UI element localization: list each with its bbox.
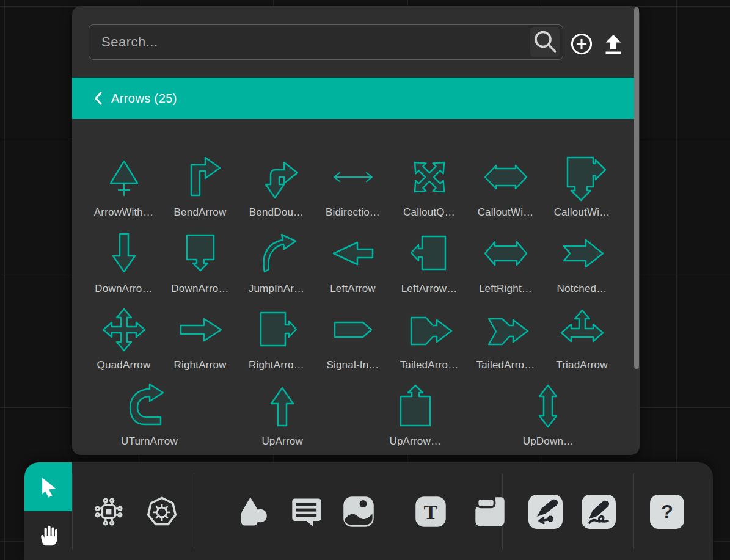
kubernetes-wheel-icon: [145, 495, 179, 529]
toolbar-divider: [72, 473, 73, 549]
shape-tailed-arrow-chevron[interactable]: TailedArro…: [467, 305, 544, 382]
search-icon[interactable]: [530, 27, 560, 57]
note-button[interactable]: [473, 495, 507, 529]
shape-quad-arrow[interactable]: QuadArrow: [86, 305, 162, 382]
shape-row: UTurnArrow UpArrow UpArrow… UpDown…: [86, 382, 620, 458]
shapes-button[interactable]: [235, 495, 269, 529]
category-label: Arrows (25): [111, 92, 177, 106]
shape-up-arrow[interactable]: UpArrow: [244, 382, 321, 458]
image-icon: [341, 495, 376, 529]
shape-callout-down-right[interactable]: CalloutWi…: [544, 153, 620, 229]
toolbar-divider: [633, 473, 634, 549]
shape-left-arrow-callout[interactable]: LeftArrow…: [391, 229, 467, 305]
upload-icon[interactable]: [601, 32, 626, 56]
shape-up-arrow-callout[interactable]: UpArrow…: [377, 382, 453, 458]
chip-icon: [92, 495, 126, 529]
shape-signal-in[interactable]: Signal-In…: [315, 305, 391, 382]
shape-bend-arrow[interactable]: BendArrow: [162, 153, 238, 229]
shape-down-arrow[interactable]: DownArro…: [86, 229, 162, 305]
shape-notched-right-arrow[interactable]: Notched…: [544, 229, 620, 305]
shape-row: QuadArrow RightArrow RightArro… Signal-I…: [86, 305, 620, 382]
shape-row: DownArro… DownArro… JumpInAr… LeftArrow …: [86, 229, 620, 305]
shape-grid: ArrowWith… BendArrow BendDou… Bidirectio…: [86, 153, 620, 458]
pan-tool-button[interactable]: [24, 511, 72, 560]
panel-scrollbar[interactable]: [634, 7, 639, 369]
toolbar-divider: [194, 473, 194, 549]
kubernetes-button[interactable]: [145, 495, 179, 529]
bottom-toolbar: T ?: [24, 462, 713, 560]
shape-right-arrow-callout[interactable]: RightArro…: [238, 305, 315, 382]
search-input[interactable]: [89, 25, 530, 59]
mode-column: [24, 462, 72, 560]
shape-jump-in-arrow[interactable]: JumpInAr…: [238, 229, 315, 305]
shape-down-arrow-callout[interactable]: DownArro…: [162, 229, 238, 305]
pen-squiggle-icon: [582, 495, 616, 529]
shape-callout-quad-arrow[interactable]: CalloutQ…: [391, 153, 467, 229]
chevron-left-icon: [94, 92, 103, 105]
shape-triad-arrow[interactable]: TriadArrow: [544, 305, 620, 382]
shape-tailed-arrow-block[interactable]: TailedArro…: [391, 305, 467, 382]
freehand-button[interactable]: [582, 495, 616, 529]
shape-arrow-with-stem[interactable]: ArrowWith…: [86, 153, 162, 229]
text-button[interactable]: T: [414, 495, 448, 529]
mesh-components-button[interactable]: [92, 495, 126, 529]
shapes-icon: [235, 495, 269, 529]
shape-bend-double-arrow[interactable]: BendDou…: [238, 153, 315, 229]
shape-up-down-arrow[interactable]: UpDown…: [510, 382, 586, 458]
cursor-icon: [38, 476, 59, 498]
image-button[interactable]: [341, 495, 376, 529]
note-icon: [473, 495, 507, 529]
add-shape-button[interactable]: [569, 32, 594, 56]
comment-button[interactable]: [290, 495, 324, 529]
shape-right-arrow[interactable]: RightArrow: [162, 305, 238, 382]
shape-bidirectional-arrow[interactable]: Bidirectio…: [315, 153, 391, 229]
svg-text:T: T: [424, 500, 438, 523]
shape-callout-left-right[interactable]: CalloutWi…: [467, 153, 544, 229]
shape-left-arrow[interactable]: LeftArrow: [315, 229, 391, 305]
select-tool-button[interactable]: [24, 462, 72, 511]
category-header-arrows[interactable]: Arrows (25): [72, 78, 634, 119]
search-bar: [89, 24, 563, 60]
shapes-panel: Arrows (25) ArrowWith… BendArrow BendDou…: [72, 6, 640, 455]
help-button[interactable]: ?: [650, 495, 684, 529]
comment-icon: [290, 495, 324, 529]
pen-arrow-icon: [528, 495, 563, 529]
question-icon: ?: [661, 501, 673, 523]
shape-left-right-arrow[interactable]: LeftRight…: [467, 229, 544, 305]
text-icon: T: [414, 495, 448, 529]
draw-edge-button[interactable]: [528, 495, 563, 529]
shape-uturn-arrow[interactable]: UTurnArrow: [111, 382, 188, 458]
shape-row: ArrowWith… BendArrow BendDou… Bidirectio…: [86, 153, 620, 229]
hand-icon: [36, 523, 60, 548]
